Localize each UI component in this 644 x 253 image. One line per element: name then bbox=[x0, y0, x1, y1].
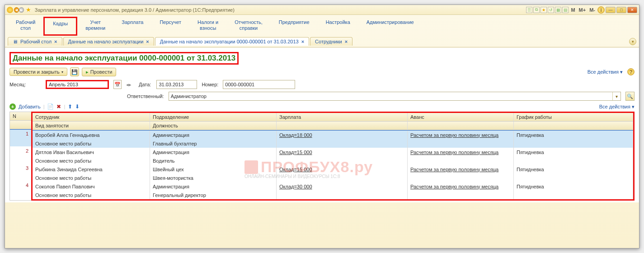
cell-schedule[interactable]: Пятидневка bbox=[514, 182, 633, 191]
section-tab-6[interactable]: Отчетность, справки bbox=[226, 17, 271, 36]
cell-advance[interactable]: Расчетом за первую половину месяца bbox=[408, 182, 514, 191]
table-row[interactable]: Рыбкина Зинаида СергеевнаШвейный цехОкла… bbox=[33, 165, 633, 173]
cell-employee[interactable]: Соколов Павел Павлович bbox=[33, 182, 150, 191]
cell-employee[interactable]: Рыбкина Зинаида Сергеевна bbox=[33, 165, 150, 173]
col-header-advance[interactable]: Аванс bbox=[408, 113, 514, 122]
responsible-lookup-button[interactable]: 🔍 bbox=[625, 92, 635, 101]
favorites-icon[interactable]: ★ bbox=[26, 6, 31, 13]
cell-employee[interactable]: Дятлов Иван Васильевич bbox=[33, 148, 150, 156]
row-number[interactable]: 1 bbox=[10, 129, 32, 138]
toolbar-icon-2[interactable]: ⧉ bbox=[533, 7, 540, 13]
cell-position[interactable]: Генеральный директор bbox=[150, 191, 277, 199]
month-input[interactable] bbox=[47, 82, 113, 87]
table-row[interactable]: Дятлов Иван ВасильевичАдминистрацияОклад… bbox=[33, 148, 633, 156]
toolbar-icon-calc[interactable]: ▦ bbox=[555, 7, 561, 13]
post-button[interactable]: ▸ Провести bbox=[82, 68, 117, 76]
toolbar-icon-calendar[interactable]: ▤ bbox=[562, 7, 569, 13]
cell-employment[interactable]: Основное место работы bbox=[33, 156, 150, 165]
doc-tab-3[interactable]: Сотрудники× bbox=[310, 37, 353, 46]
cell-position[interactable]: Швея-мотористка bbox=[150, 173, 277, 182]
table-row-sub[interactable]: Основное место работыВодитель bbox=[33, 156, 633, 165]
section-tab-4[interactable]: Персучет bbox=[151, 17, 189, 36]
row-number[interactable]: 2 bbox=[10, 146, 32, 155]
doc-tab-1[interactable]: Данные на начало эксплуатации× bbox=[63, 37, 154, 46]
col-header-n[interactable]: N bbox=[10, 112, 32, 121]
col-header-employee[interactable]: Сотрудник bbox=[33, 113, 150, 122]
date-field[interactable]: 📅 bbox=[156, 80, 197, 89]
cell-department[interactable]: Администрация bbox=[150, 182, 277, 191]
m-minus-button[interactable]: M- bbox=[588, 7, 597, 13]
nav-back-button[interactable]: ◄ bbox=[14, 7, 19, 13]
cell-advance[interactable]: Расчетом за первую половину месяца bbox=[408, 131, 514, 139]
close-tab-icon[interactable]: × bbox=[54, 39, 57, 44]
nav-forward-button[interactable]: ► bbox=[19, 7, 24, 13]
cell-employment[interactable]: Основное место работы bbox=[33, 139, 150, 148]
responsible-input[interactable] bbox=[169, 94, 612, 99]
toolbar-icon-1[interactable]: ☰ bbox=[526, 7, 532, 13]
window-minimize-button[interactable]: — bbox=[606, 7, 616, 13]
table-row-sub[interactable]: Основное место работыШвея-мотористка bbox=[33, 173, 633, 182]
section-tab-3[interactable]: Зарплата bbox=[113, 17, 151, 36]
window-close-button[interactable]: ✕ bbox=[627, 7, 637, 13]
toolbar-icon-history[interactable]: ↺ bbox=[548, 7, 554, 13]
month-field[interactable] bbox=[46, 80, 109, 89]
month-picker-icon[interactable]: 📅 bbox=[113, 80, 122, 89]
cell-employee[interactable]: Воробей Алла Геннадьевна bbox=[33, 131, 150, 139]
cell-salary[interactable]: Оклад=15 000 bbox=[277, 165, 408, 173]
cell-advance[interactable]: Расчетом за первую половину месяца bbox=[408, 148, 514, 156]
section-tab-1[interactable]: Кадры bbox=[43, 17, 77, 36]
section-tab-7[interactable]: Предприятие bbox=[271, 17, 318, 36]
cell-advance[interactable]: Расчетом за первую половину месяца bbox=[408, 165, 514, 173]
m-plus-button[interactable]: M+ bbox=[578, 7, 588, 13]
number-input[interactable] bbox=[223, 82, 289, 87]
cell-salary[interactable]: Оклад=30 000 bbox=[277, 182, 408, 191]
table-row-sub[interactable]: Основное место работыГлавный бухгалтер bbox=[33, 139, 633, 148]
row-number[interactable]: 3 bbox=[10, 164, 32, 172]
all-actions-link[interactable]: Все действия ▾ bbox=[588, 69, 623, 75]
cell-schedule[interactable]: Пятидневка bbox=[514, 131, 633, 139]
table-row-sub[interactable]: Основное место работыГенеральный директо… bbox=[33, 191, 633, 199]
responsible-dropdown-icon[interactable]: ▾ bbox=[612, 92, 620, 100]
cell-department[interactable]: Швейный цех bbox=[150, 165, 277, 173]
col-header-employment[interactable]: Вид занятости bbox=[33, 122, 150, 130]
close-tab-icon[interactable]: × bbox=[301, 39, 304, 44]
cell-employment[interactable]: Основное место работы bbox=[33, 191, 150, 199]
cell-schedule[interactable]: Пятидневка bbox=[514, 165, 633, 173]
doc-tab-0[interactable]: 🖥Рабочий стол× bbox=[8, 37, 62, 46]
section-tab-8[interactable]: Настройка bbox=[318, 17, 358, 36]
toolbar-icon-star[interactable]: ★ bbox=[541, 7, 547, 13]
section-tab-5[interactable]: Налоги и взносы bbox=[189, 17, 226, 36]
help-icon[interactable]: ? bbox=[627, 68, 635, 75]
section-tab-9[interactable]: Администрирование bbox=[358, 17, 422, 36]
close-tab-icon[interactable]: × bbox=[345, 39, 348, 44]
m-button[interactable]: M bbox=[569, 7, 576, 13]
move-down-button[interactable]: ⬇ bbox=[75, 103, 80, 110]
row-number[interactable]: 4 bbox=[10, 181, 32, 189]
cell-salary[interactable]: Оклад=18 000 bbox=[277, 131, 408, 139]
number-field[interactable] bbox=[223, 80, 295, 89]
responsible-field[interactable]: ▾ bbox=[169, 92, 621, 101]
cell-position[interactable]: Водитель bbox=[150, 156, 277, 165]
save-button[interactable]: 💾 bbox=[70, 67, 79, 76]
month-spinner-icon[interactable]: ◂▸ bbox=[126, 82, 132, 88]
window-maximize-button[interactable]: □ bbox=[616, 7, 626, 13]
copy-row-button[interactable]: 📄 bbox=[47, 103, 54, 110]
doc-tab-2[interactable]: Данные на начало эксплуатации 0000-00000… bbox=[155, 37, 309, 46]
col-header-position[interactable]: Должность bbox=[150, 122, 277, 130]
cell-schedule[interactable]: Пятидневка bbox=[514, 148, 633, 156]
col-header-schedule[interactable]: График работы bbox=[514, 113, 633, 122]
move-up-button[interactable]: ⬆ bbox=[68, 103, 72, 110]
table-row[interactable]: Воробей Алла ГеннадьевнаАдминистрацияОкл… bbox=[33, 130, 633, 139]
table-all-actions-link[interactable]: Все действия ▾ bbox=[599, 104, 635, 110]
info-icon[interactable]: i bbox=[597, 6, 605, 14]
close-tab-icon[interactable]: × bbox=[146, 39, 149, 44]
col-header-salary[interactable]: Зарплата bbox=[277, 113, 408, 122]
cell-employment[interactable]: Основное место работы bbox=[33, 173, 150, 182]
col-header-department[interactable]: Подразделение bbox=[150, 113, 277, 122]
cell-department[interactable]: Администрация bbox=[150, 148, 277, 156]
cell-salary[interactable]: Оклад=15 000 bbox=[277, 148, 408, 156]
delete-row-button[interactable]: ✖ bbox=[56, 103, 61, 110]
cell-position[interactable]: Главный бухгалтер bbox=[150, 139, 277, 148]
section-tab-2[interactable]: Учет времени bbox=[77, 17, 113, 36]
post-and-close-button[interactable]: Провести и закрыть ▾ bbox=[9, 68, 67, 76]
